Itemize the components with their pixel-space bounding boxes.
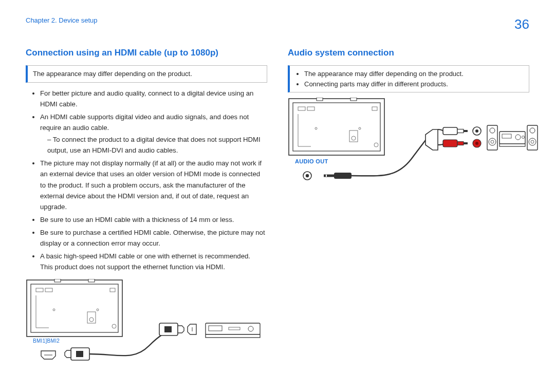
svg-rect-30 [307, 107, 314, 110]
hdmi-bullet-2: An HDMI cable supports digital video and… [40, 111, 267, 156]
hdmi-sub-list: To connect the product to a digital devi… [40, 134, 267, 156]
svg-rect-46 [457, 129, 464, 133]
audio-diagram-svg: AUDIO OUT [288, 98, 540, 200]
svg-rect-29 [298, 107, 305, 110]
hdmi-diagram: BMI1]BMI2 [26, 279, 267, 373]
audio-heading: Audio system connection [288, 48, 529, 58]
hdmi-port-label: BMI1]BMI2 [33, 338, 60, 344]
svg-rect-21 [206, 334, 260, 338]
content-columns: Connection using an HDMI cable (up to 10… [0, 32, 555, 373]
hdmi-plug-left-icon [65, 348, 89, 360]
svg-rect-27 [317, 98, 323, 101]
hdmi-plug-right-icon [159, 323, 184, 335]
audio-port-label: AUDIO OUT [295, 158, 328, 164]
speaker-left-icon [487, 125, 497, 150]
svg-rect-45 [443, 127, 457, 135]
rca-plug-red-icon [443, 140, 468, 147]
hdmi-bullet-2-sub1: To connect the product to a digital devi… [47, 134, 267, 156]
svg-rect-48 [443, 140, 457, 147]
rca-plug-white-icon [443, 127, 468, 135]
audio-plug-icon [321, 173, 351, 179]
svg-point-40 [306, 174, 309, 177]
page-number: 36 [514, 16, 529, 32]
receiver-icon [499, 132, 525, 146]
hdmi-external-device-icon [206, 323, 260, 338]
hdmi-bullet-4: Be sure to use an HDMI cable with a thic… [40, 214, 267, 225]
svg-point-54 [475, 142, 478, 145]
svg-rect-18 [164, 326, 172, 332]
svg-rect-43 [321, 175, 322, 177]
svg-rect-42 [324, 175, 334, 177]
rca-splitter-icon [425, 129, 444, 150]
hdmi-bullet-6-text: A basic high-speed HDMI cable or one wit… [40, 252, 250, 260]
svg-rect-41 [334, 173, 351, 179]
svg-rect-60 [499, 144, 525, 146]
svg-rect-37 [372, 107, 377, 110]
hdmi-note-box: The appearance may differ depending on t… [26, 65, 267, 83]
svg-rect-55 [487, 125, 497, 150]
hdmi-bullet-list: For better picture and audio quality, co… [26, 88, 267, 273]
hdmi-bullet-3: The picture may not display normally (if… [40, 158, 267, 212]
breadcrumb: Chapter 2. Device setup [26, 16, 97, 24]
hdmi-bullet-1: For better picture and audio quality, co… [40, 88, 267, 109]
svg-rect-24 [229, 327, 240, 330]
svg-rect-5 [45, 288, 52, 292]
svg-rect-28 [350, 98, 357, 101]
hdmi-bullet-6-extra: This product does not support the ethern… [40, 263, 225, 271]
svg-rect-1 [31, 284, 118, 332]
page-header: Chapter 2. Device setup 36 [0, 0, 555, 32]
svg-rect-12 [110, 288, 115, 292]
svg-rect-2 [54, 279, 61, 282]
right-column: Audio system connection The appearance m… [288, 48, 529, 373]
svg-rect-47 [464, 130, 468, 132]
svg-rect-26 [293, 103, 380, 151]
audio-note-1: The appearance may differ depending on t… [304, 69, 524, 79]
svg-rect-64 [527, 125, 538, 150]
svg-rect-44 [326, 175, 327, 177]
hdmi-bullet-6: A basic high-speed HDMI cable or one wit… [40, 251, 267, 272]
audio-note-box: The appearance may differ depending on t… [288, 65, 529, 92]
audio-diagram: AUDIO OUT [288, 98, 529, 202]
hdmi-note-text: The appearance may differ depending on t… [33, 70, 192, 78]
speaker-right-icon [527, 125, 538, 150]
svg-rect-50 [464, 142, 468, 144]
svg-rect-61 [502, 134, 511, 138]
svg-point-52 [475, 129, 478, 133]
hdmi-heading: Connection using an HDMI cable (up to 10… [26, 48, 267, 58]
hdmi-diagram-svg: BMI1]BMI2 [26, 279, 267, 371]
svg-rect-49 [457, 142, 464, 145]
hdmi-bullet-2-text: An HDMI cable supports digital video and… [40, 113, 249, 132]
audio-note-2: Connecting parts may differ in different… [304, 79, 524, 89]
svg-rect-22 [209, 326, 222, 331]
left-column: Connection using an HDMI cable (up to 10… [26, 48, 267, 373]
svg-rect-4 [36, 288, 43, 292]
svg-rect-3 [88, 279, 95, 282]
hdmi-bullet-5: Be sure to purchase a certified HDMI cab… [40, 227, 267, 249]
svg-rect-16 [76, 351, 83, 357]
